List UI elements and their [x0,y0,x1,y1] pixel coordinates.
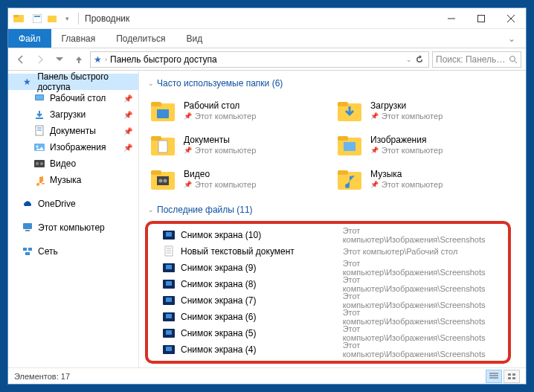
recent-file-name: Снимок экрана (10) [181,230,337,240]
svg-rect-23 [25,230,30,231]
view-details-button[interactable] [486,370,502,383]
pin-icon: 📌 [184,181,192,189]
folder-location: 📌Этот компьютер [370,112,443,122]
svg-rect-62 [166,347,172,351]
section-frequent-folders[interactable]: ⌄ Часто используемые папки (6) [139,74,520,93]
folder-name: Изображения [370,135,443,146]
window-controls [437,8,526,29]
desktop-icon [33,92,45,104]
recent-file-row[interactable]: Новый текстовый документЭтот компьютер\Р… [151,243,505,260]
chevron-right-icon: › [105,56,107,63]
address-path[interactable]: ★ › Панель быстрого доступа ⌄ [90,51,429,68]
recent-file-row[interactable]: Снимок экрана (6)Этот компьютер\Изображе… [151,309,505,325]
breadcrumb-item[interactable]: Панель быстрого доступа [110,54,217,65]
qat-new-folder-icon[interactable] [47,13,57,24]
address-dropdown-icon[interactable]: ⌄ [406,56,412,63]
svg-rect-1 [13,15,19,17]
ribbon-tab-file[interactable]: Файл [8,29,51,48]
folder-item[interactable]: Изображения📌Этот компьютер [333,129,514,161]
svg-rect-24 [23,248,27,251]
folder-name: Музыка [370,169,443,180]
nav-history-button[interactable] [51,51,68,68]
svg-rect-58 [166,314,172,318]
pin-icon: 📌 [370,112,379,121]
view-mode-toggles [486,370,520,383]
view-large-icons-button[interactable] [504,370,520,383]
ribbon-tab-view[interactable]: Вид [176,29,213,48]
sidebar-item[interactable]: Изображения📌 [8,139,138,155]
search-placeholder: Поиск: Панель б... [436,54,506,65]
image-file-icon [163,311,175,323]
sidebar-this-pc[interactable]: Этот компьютер [8,219,138,236]
qat-dropdown-icon[interactable]: ▾ [62,13,72,24]
svg-rect-33 [151,136,161,141]
svg-point-21 [40,162,43,165]
window-title: Проводник [80,13,437,24]
ribbon-tab-share[interactable]: Поделиться [106,29,176,48]
sidebar-onedrive[interactable]: OneDrive [8,196,138,212]
sidebar-item[interactable]: Музыка [8,172,138,188]
sidebar-item[interactable]: Рабочий стол📌 [8,90,138,106]
recent-file-row[interactable]: Снимок экрана (9)Этот компьютер\Изображе… [151,260,505,276]
recent-file-row[interactable]: Снимок экрана (10)Этот компьютер\Изображ… [151,227,505,243]
documents-icon [33,125,45,137]
folder-item[interactable]: Документы📌Этот компьютер [147,129,327,161]
recent-files-list: Снимок экрана (10)Этот компьютер\Изображ… [145,221,511,364]
recent-file-row[interactable]: Снимок экрана (8)Этот компьютер\Изображе… [151,276,505,292]
nav-up-button[interactable] [71,51,87,68]
svg-rect-31 [338,102,348,106]
svg-rect-25 [28,248,32,251]
folder-item[interactable]: Загрузки📌Этот компьютер [333,94,514,127]
recent-file-row[interactable]: Снимок экрана (7)Этот компьютер\Изображе… [151,292,505,309]
svg-rect-54 [166,281,172,286]
folder-item[interactable]: Рабочий стол📌Этот компьютер [147,94,327,127]
recent-file-name: Снимок экрана (7) [181,295,337,306]
content-pane: ⌄ Часто используемые папки (6) Рабочий с… [139,71,526,367]
recent-file-name: Снимок экрана (4) [181,344,337,355]
recent-file-row[interactable]: Снимок экрана (5)Этот компьютер\Изображе… [151,325,505,341]
computer-icon [22,222,33,234]
search-icon [509,55,518,64]
text-file-icon [163,245,175,257]
sidebar-item[interactable]: Загрузки📌 [8,106,138,123]
svg-rect-46 [166,232,172,237]
status-item-count: Элементов: 17 [14,372,70,381]
ribbon-expand-button[interactable]: ⌄ [498,29,526,48]
recent-file-name: Снимок экрана (5) [181,328,337,338]
sidebar-network[interactable]: Сеть [8,243,138,260]
address-refresh-icon[interactable] [415,55,424,64]
pin-icon: 📌 [123,111,132,119]
svg-point-41 [159,179,163,183]
desktop-folder-icon [148,96,178,126]
svg-rect-67 [512,373,515,376]
svg-rect-69 [512,377,515,379]
sidebar-quick-access[interactable]: ★ Панель быстрого доступа [8,74,138,90]
star-icon: ★ [22,76,33,88]
svg-point-20 [36,162,39,165]
app-icon [13,13,25,25]
folder-location: 📌Этот компьютер [370,180,443,190]
search-box[interactable]: Поиск: Панель б... [432,51,521,68]
titlebar: ▾ Проводник [8,8,526,29]
videos-folder-icon [148,164,178,194]
svg-rect-4 [48,16,57,22]
folder-item[interactable]: Музыка📌Этот компьютер [333,163,514,196]
pin-icon: 📌 [123,127,132,135]
recent-file-name: Снимок экрана (6) [181,312,337,322]
minimize-button[interactable] [437,8,466,29]
star-icon: ★ [94,54,102,65]
qat-properties-icon[interactable] [32,13,42,24]
image-file-icon [163,327,175,339]
section-recent-files[interactable]: ⌄ Последние файлы (11) [139,200,520,219]
folder-item[interactable]: Видео📌Этот компьютер [147,163,327,196]
recent-file-row[interactable]: Снимок экрана (4)Этот компьютер\Изображе… [151,341,505,358]
ribbon-tab-home[interactable]: Главная [51,29,106,48]
sidebar-item[interactable]: Документы📌 [8,123,138,139]
documents-folder-icon [148,130,178,160]
downloads-folder-icon [335,96,364,126]
nav-forward-button[interactable] [32,51,48,68]
nav-back-button[interactable] [13,51,29,68]
sidebar-item[interactable]: Видео [8,155,138,172]
maximize-button[interactable] [466,8,496,29]
close-button[interactable] [496,8,526,29]
